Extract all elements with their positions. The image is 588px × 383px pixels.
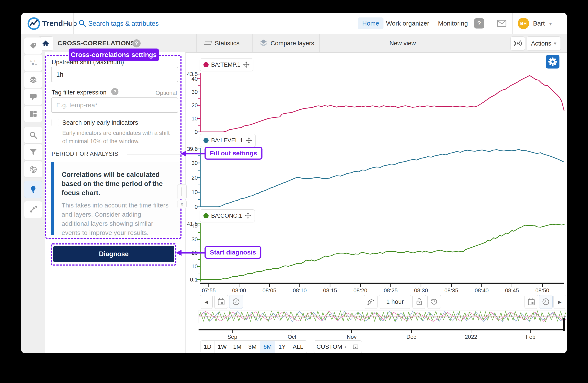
- pan-left-button[interactable]: ◂: [200, 295, 213, 309]
- zoom-preset-1y[interactable]: 1Y: [275, 341, 289, 353]
- svg-text:08:50: 08:50: [535, 287, 549, 294]
- chart-ba-temp-1[interactable]: 43.5403020100: [185, 70, 567, 137]
- interpolation-button[interactable]: [364, 295, 378, 309]
- actions-button[interactable]: Actions ▾: [527, 36, 561, 50]
- history-icon: [430, 298, 438, 306]
- zoom-preset-1m[interactable]: 1M: [230, 341, 245, 353]
- screenshot-root: { "app": { "brand": {"bold": "Trend", "l…: [0, 0, 588, 383]
- compare-layers-button[interactable]: Compare layers: [271, 40, 314, 47]
- title-help-icon[interactable]: ?: [132, 39, 141, 47]
- sidebar-item-search[interactable]: [24, 127, 42, 144]
- actions-label: Actions: [531, 40, 551, 47]
- svg-text:07:55: 07:55: [202, 287, 216, 294]
- zoom-preset-1w[interactable]: 1W: [214, 341, 230, 353]
- top-navbar: TrendHub ▾ Search tags & attributes Home…: [21, 13, 567, 35]
- series-color-dot: [204, 138, 209, 143]
- tag-filter-help-icon[interactable]: ?: [111, 88, 118, 95]
- sidebar-item-tags[interactable]: [24, 37, 42, 54]
- fill-out-arrow: [180, 149, 205, 158]
- sidebar-item-calculations[interactable]: ÷+×−: [24, 54, 42, 71]
- sidebar-item-context[interactable]: [24, 201, 42, 218]
- tool-rail: ÷+×−: [21, 52, 45, 353]
- svg-text:2022: 2022: [465, 334, 477, 340]
- time-start-button[interactable]: [229, 295, 243, 309]
- section-divider: [127, 154, 180, 154]
- fit-range-button[interactable]: [349, 341, 362, 353]
- legend-chip-ba-temp-1[interactable]: BA:TEMP.1: [200, 58, 253, 71]
- panel-collapse-button[interactable]: x: [177, 200, 187, 208]
- time-end-button[interactable]: [539, 295, 553, 309]
- calendar-icon: [217, 298, 225, 306]
- page-title: CROSS-CORRELATIONS: [58, 39, 135, 47]
- zoom-preset-all[interactable]: ALL: [289, 341, 307, 353]
- svg-text:08:05: 08:05: [262, 287, 276, 294]
- calendar-start-button[interactable]: [214, 295, 228, 309]
- context-minimap[interactable]: [199, 310, 566, 323]
- legend-chip-ba-level-1[interactable]: BA:LEVEL.1: [200, 134, 256, 147]
- mail-icon[interactable]: [497, 19, 507, 27]
- zoom-preset-6m[interactable]: 6M: [260, 341, 275, 353]
- nav-tab-work-organizer[interactable]: Work organizer: [386, 20, 429, 27]
- compare-layers-icon: [259, 39, 268, 47]
- timeline-scrubber-handle[interactable]: [563, 318, 565, 331]
- svg-text:30: 30: [191, 236, 198, 243]
- series-label: BA:CONC.1: [211, 212, 242, 219]
- zoom-preset-1d[interactable]: 1D: [200, 341, 214, 353]
- user-chevron-down-icon[interactable]: ▾: [549, 21, 552, 27]
- search-icon[interactable]: [78, 19, 86, 27]
- start-diagnosis-callout: Start diagnosis: [205, 246, 261, 259]
- resolution-button[interactable]: 1 hour: [379, 295, 411, 309]
- calendar-icon: [528, 298, 535, 306]
- move-icon: [245, 212, 251, 219]
- svg-text:Sep: Sep: [227, 334, 237, 340]
- custom-range-button[interactable]: CUSTOM ▴: [314, 341, 349, 353]
- time-axis: 07:5508:0008:0508:1008:1508:2008:2508:30…: [185, 281, 567, 294]
- divider: [319, 34, 319, 52]
- svg-text:08:30: 08:30: [414, 287, 428, 294]
- tag-filter-label: Tag filter expression: [52, 89, 106, 96]
- sidebar-item-filter[interactable]: [24, 144, 42, 161]
- brand-chevron-down-icon[interactable]: ▾: [67, 20, 70, 26]
- history-button[interactable]: [427, 295, 441, 309]
- tag-filter-input[interactable]: E.g. temp-rea*: [51, 97, 178, 113]
- zoom-preset-group: 1D1W1M3M6M1YALL: [200, 341, 307, 353]
- trendhub-logo-icon: [27, 17, 41, 30]
- nav-tab-monitoring[interactable]: Monitoring: [438, 20, 468, 27]
- sidebar-item-fingerprint[interactable]: [24, 161, 42, 178]
- chevron-up-icon: ▴: [344, 344, 346, 349]
- svg-text:10: 10: [191, 189, 198, 195]
- series-color-dot: [204, 62, 209, 67]
- app-window: TrendHub ▾ Search tags & attributes Home…: [21, 13, 567, 353]
- panel-resize-handle[interactable]: [177, 184, 187, 199]
- svg-text:40: 40: [191, 223, 198, 229]
- calculations-icon: ÷+×−: [29, 59, 37, 67]
- avatar[interactable]: BH: [518, 18, 529, 29]
- lock-scale-button[interactable]: [412, 295, 426, 309]
- sidebar-item-recommendations[interactable]: [24, 181, 42, 198]
- live-mode-button[interactable]: [510, 36, 525, 50]
- custom-range-label: CUSTOM: [316, 344, 342, 350]
- search-input[interactable]: Search tags & attributes: [88, 20, 159, 27]
- sidebar-item-dashboards[interactable]: [24, 105, 42, 122]
- search-icon: [29, 131, 37, 139]
- user-name[interactable]: Bart: [533, 20, 545, 27]
- zoom-preset-3m[interactable]: 3M: [245, 341, 260, 353]
- calendar-end-button[interactable]: [525, 295, 538, 309]
- start-diagnosis-arrow: [175, 248, 205, 257]
- legend-chip-ba-conc-1[interactable]: BA:CONC.1: [200, 209, 255, 222]
- early-indicators-checkbox[interactable]: [52, 119, 59, 126]
- chart-settings-button[interactable]: [546, 55, 559, 69]
- svg-text:08:00: 08:00: [232, 287, 246, 294]
- diagnose-button[interactable]: Diagnose: [53, 246, 174, 262]
- pan-right-button[interactable]: ▸: [553, 295, 566, 309]
- upstream-shift-input[interactable]: 1h: [51, 67, 178, 82]
- sidebar-item-layers[interactable]: [24, 71, 42, 88]
- divider: [512, 13, 513, 34]
- nav-tab-home[interactable]: Home: [358, 18, 383, 29]
- optional-badge: Optional: [155, 90, 177, 96]
- gear-icon: [548, 57, 558, 67]
- statistics-button[interactable]: Statistics: [215, 40, 239, 47]
- navigator-axis-canvas: SepOctNovDec2022Feb: [185, 327, 567, 340]
- help-icon[interactable]: ?: [474, 18, 484, 29]
- sidebar-item-comments[interactable]: [24, 88, 42, 105]
